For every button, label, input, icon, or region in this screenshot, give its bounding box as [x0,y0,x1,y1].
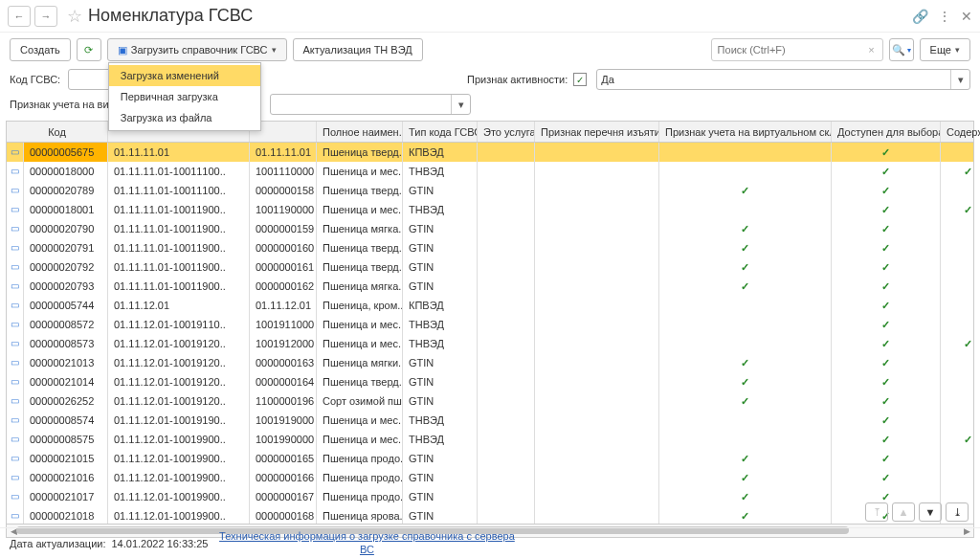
cell-type: GTIN [403,257,478,277]
table-row[interactable]: ▭0000002079101.11.11.01-10011900..000000… [7,238,973,257]
table-row[interactable]: ▭0000002079301.11.11.01-10011900..000000… [7,277,973,296]
col-service[interactable]: Это услуга [478,122,535,142]
virtual-dropdown-icon[interactable]: ▾ [451,95,470,114]
cell-gsvs: 01.11.12.01-10019900.. [108,430,250,449]
row-icon: ▭ [7,296,24,315]
create-button[interactable]: Создать [10,38,71,61]
refresh-button[interactable]: ⟳ [77,38,101,61]
cell-service [478,181,535,200]
cell-gsvs: 01.11.11.01-10011900.. [108,257,250,277]
nav-forward-button[interactable]: → [34,6,57,27]
search-field[interactable]: × [711,38,883,61]
load-dictionary-button[interactable]: ▣ Загрузить справочник ГСВС ▾ Загрузка и… [107,38,287,61]
cell-gsvs: 01.11.12.01-10019900.. [108,468,250,487]
cell-type: ТНВЭД [403,334,478,353]
table-row[interactable]: ▭0000002101401.11.12.01-10019120..000000… [7,372,973,391]
col-avail[interactable]: Доступен для выбора [832,122,941,142]
table-row[interactable]: ▭0000001800101.11.11.01-10011900..100119… [7,200,973,219]
cell-gsvs: 01.11.11.01-10011100.. [108,181,250,200]
favorite-star-icon[interactable]: ☆ [67,6,82,27]
col-izv[interactable]: Признак перечня изъятий [535,122,659,142]
table-row[interactable]: ▭0000001800001.11.11.01-10011100..100111… [7,162,973,181]
cell-num: 1001912000 [250,334,317,353]
virtual-field[interactable]: ▾ [270,94,471,115]
cell-izv [535,430,659,449]
more-button[interactable]: Еще▾ [920,38,970,61]
cell-avail: ✓ [832,391,941,411]
menu-item-initial-load[interactable]: Первичная загрузка [109,86,260,107]
cell-num: 1001110000 [250,162,317,181]
cell-izv [535,315,659,334]
search-button[interactable]: 🔍▾ [889,38,914,61]
cell-type: GTIN [403,372,478,391]
table-row[interactable]: ▭0000002101701.11.12.01-10019900..000000… [7,487,973,506]
search-input[interactable] [716,43,865,56]
page-title: Номенклатура ГСВС [88,6,912,26]
cell-cont [941,296,973,315]
table-row[interactable]: ▭0000002101501.11.12.01-10019900..000000… [7,449,973,468]
col-code[interactable]: Код [7,122,108,142]
activity-dropdown-icon[interactable]: ▾ [950,70,969,89]
tech-info-link[interactable]: Техническая информация о загрузке справо… [213,530,520,555]
cell-service [478,468,535,487]
cell-virt: ✓ [659,487,832,506]
cell-avail: ✓ [832,219,941,238]
link-icon[interactable]: 🔗 [912,9,928,24]
col-virt[interactable]: Признак учета на виртуальном складе [659,122,832,142]
grid-goto-bottom-button[interactable]: ⤓ [946,502,969,522]
table-row[interactable]: ▭0000000857301.11.12.01-10019120..100191… [7,334,973,353]
table-row[interactable]: ▭0000002078901.11.11.01-10011100..000000… [7,181,973,200]
cell-izv [535,257,659,277]
update-date-label: Дата актуализации: [10,538,106,549]
cell-type: GTIN [403,353,478,372]
update-tnved-button[interactable]: Актуализация ТН ВЭД [293,38,423,61]
cell-izv [535,181,659,200]
table-row[interactable]: ▭0000000857501.11.12.01-10019900..100199… [7,430,973,449]
cell-service [478,372,535,391]
close-icon[interactable]: ✕ [961,9,972,24]
cell-num: 0000000159 [250,219,317,238]
cell-gsvs: 01.11.12.01-10019900.. [108,506,250,524]
nav-back-button[interactable]: ← [8,6,31,27]
clear-search-icon[interactable]: × [864,44,878,56]
cell-num: 0000000166 [250,468,317,487]
cell-avail: ✓ [832,238,941,257]
activity-field[interactable]: Да ▾ [596,69,970,90]
table-row[interactable]: ▭0000002101301.11.12.01-10019120..000000… [7,353,973,372]
grid-up-button[interactable]: ▲ [892,502,915,522]
row-icon: ▭ [7,411,24,430]
cell-gsvs: 01.11.11.01-10011100.. [108,162,250,181]
activity-checkbox[interactable]: ✓ [573,73,587,86]
menu-item-load-from-file[interactable]: Загрузка из файла [109,107,260,128]
cell-service [478,257,535,277]
grid-goto-top-button[interactable]: ⤒ [865,502,888,522]
table-row[interactable]: ▭0000002101801.11.12.01-10019900..000000… [7,506,973,524]
col-type[interactable]: Тип кода ГСВС [403,122,478,142]
cell-service [478,143,535,162]
table-row[interactable]: ▭0000000857401.11.12.01-10019190..100191… [7,411,973,430]
table-row[interactable]: ▭0000002079201.11.11.01-10011900..000000… [7,257,973,277]
table-row[interactable]: ▭0000002101601.11.12.01-10019900..000000… [7,468,973,487]
col-fullname[interactable]: Полное наимен... [317,122,403,142]
cell-virt: ✓ [659,506,832,524]
cell-izv [535,143,659,162]
cell-avail: ✓ [832,277,941,296]
cell-cont [941,181,973,200]
cell-cont [941,143,973,162]
cell-service [478,334,535,353]
col-cont[interactable]: Содержит [941,122,980,142]
cell-code: 00000008575 [24,430,108,449]
cell-virt [659,315,832,334]
table-row[interactable]: ▭0000000567501.11.11.0101.11.11.01Пшениц… [7,143,973,162]
kebab-menu-icon[interactable]: ⋮ [938,9,951,24]
cell-service [478,238,535,257]
cell-service [478,296,535,315]
table-row[interactable]: ▭0000000574401.11.12.0101.11.12.01Пшениц… [7,296,973,315]
cell-service [478,487,535,506]
menu-item-load-changes[interactable]: Загрузка изменений [109,65,260,86]
cell-type: GTIN [403,181,478,200]
table-row[interactable]: ▭0000002079001.11.11.01-10011900..000000… [7,219,973,238]
grid-down-button[interactable]: ▼ [919,502,942,522]
table-row[interactable]: ▭0000000857201.11.12.01-10019110..100191… [7,315,973,334]
table-row[interactable]: ▭0000002625201.11.12.01-10019120..110000… [7,391,973,411]
